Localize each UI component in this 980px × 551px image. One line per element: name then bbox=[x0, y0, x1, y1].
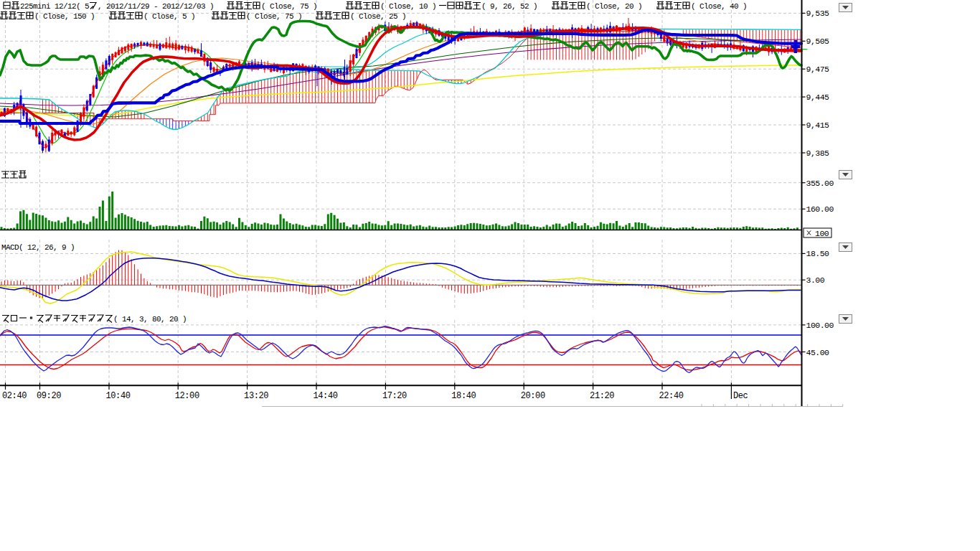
svg-text:12:00: 12:00 bbox=[175, 391, 199, 401]
svg-text:9,385: 9,385 bbox=[806, 149, 830, 158]
svg-text:100: 100 bbox=[815, 229, 829, 238]
svg-text:45.00: 45.00 bbox=[806, 348, 830, 357]
svg-text:09:20: 09:20 bbox=[37, 391, 61, 401]
svg-text:02:40: 02:40 bbox=[2, 391, 27, 401]
svg-text:20:00: 20:00 bbox=[521, 391, 545, 401]
svg-text:9,535: 9,535 bbox=[806, 9, 830, 18]
svg-text:17:20: 17:20 bbox=[382, 391, 407, 401]
svg-text:( Close, 40 ): ( Close, 40 ) bbox=[691, 2, 747, 11]
svg-text:10:40: 10:40 bbox=[106, 391, 131, 401]
svg-text:13:20: 13:20 bbox=[244, 391, 268, 401]
svg-text:9,475: 9,475 bbox=[806, 65, 830, 74]
svg-text:225mini 12/12( 5: 225mini 12/12( 5 bbox=[20, 2, 89, 11]
svg-text:355.00: 355.00 bbox=[806, 179, 834, 188]
svg-text:Dec: Dec bbox=[733, 391, 748, 401]
svg-text:, 2012/11/29 - 2012/12/03 ): , 2012/11/29 - 2012/12/03 ) bbox=[98, 2, 214, 11]
svg-text:100.00: 100.00 bbox=[806, 321, 834, 330]
svg-text:( Close, 75 ): ( Close, 75 ) bbox=[261, 2, 317, 11]
svg-text:( Close, 5 ): ( Close, 5 ) bbox=[143, 12, 195, 21]
svg-text:( Close, 25 ): ( Close, 25 ) bbox=[350, 12, 406, 21]
svg-text:160.00: 160.00 bbox=[806, 204, 834, 214]
svg-text:18.50: 18.50 bbox=[806, 249, 830, 258]
svg-text:14:40: 14:40 bbox=[314, 391, 338, 401]
svg-text:( Close, 20 ): ( Close, 20 ) bbox=[586, 2, 642, 11]
svg-text:18:40: 18:40 bbox=[451, 391, 476, 401]
svg-text:MACD( 12, 26, 9 ): MACD( 12, 26, 9 ) bbox=[1, 243, 75, 252]
svg-text:9,415: 9,415 bbox=[806, 121, 830, 130]
svg-text:( Close, 150 ): ( Close, 150 ) bbox=[34, 12, 95, 21]
svg-text:21:20: 21:20 bbox=[590, 391, 614, 401]
svg-text:( Close, 10 ): ( Close, 10 ) bbox=[380, 2, 436, 11]
svg-text:3.00: 3.00 bbox=[806, 276, 825, 285]
svg-text:( 9, 26, 52 ): ( 9, 26, 52 ) bbox=[481, 2, 537, 11]
svg-text:22:40: 22:40 bbox=[659, 391, 684, 401]
svg-text:( 14, 3, 80, 20 ): ( 14, 3, 80, 20 ) bbox=[113, 315, 187, 324]
svg-text:9,445: 9,445 bbox=[806, 93, 830, 102]
svg-text:9,505: 9,505 bbox=[806, 37, 830, 46]
svg-text:( Close, 75 ): ( Close, 75 ) bbox=[246, 12, 302, 21]
